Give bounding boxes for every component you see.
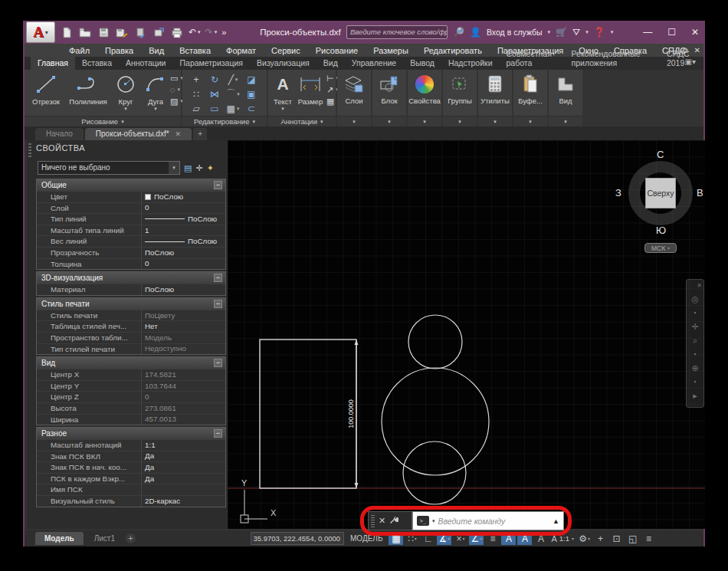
property-row[interactable]: Слой0 <box>37 202 225 214</box>
model-tab[interactable]: Модель <box>35 532 84 545</box>
undo-dropdown-icon[interactable]: ▾ <box>198 29 201 35</box>
apps-caret-icon[interactable]: ▾ <box>585 29 589 35</box>
steering-wheel-icon[interactable]: ◎ <box>691 295 699 304</box>
panel-view[interactable]: Вид ▾ <box>549 70 582 126</box>
panel-utilities[interactable]: Утилиты ▾ <box>478 70 512 126</box>
navbar-close-icon[interactable]: ✕ <box>697 281 702 290</box>
ribbon-tab[interactable]: Аннотации <box>119 57 173 70</box>
maximize-button[interactable]: ☐ <box>667 27 676 38</box>
pan-icon[interactable]: ✛ <box>691 323 698 331</box>
search-input[interactable]: Введите ключевое слово/фразу <box>346 25 448 39</box>
array-icon[interactable]: ▦▾ <box>224 101 242 116</box>
property-row[interactable]: Таблица стилей печ...Нет <box>37 320 225 332</box>
collapse-icon[interactable]: − <box>214 359 222 367</box>
arc-tool[interactable]: Дуга ▾ <box>144 73 167 112</box>
property-row[interactable]: Тип стилей печатиНедоступно <box>37 343 225 355</box>
property-row[interactable]: Пространство табли...Модель <box>37 332 225 343</box>
section-header[interactable]: Стиль печати− <box>37 298 225 310</box>
panel-expand-clipboard[interactable]: ▾ <box>513 116 547 126</box>
panel-expand-block[interactable]: ▾ <box>372 116 406 126</box>
property-row[interactable]: Ширина457.0013 <box>37 414 225 425</box>
property-row[interactable]: Вес линийПоСлою <box>37 235 225 247</box>
print-icon[interactable] <box>170 25 184 39</box>
ribbon-tab[interactable]: Управление <box>345 57 403 70</box>
property-row[interactable]: Масштаб аннотаций1:1 <box>37 439 225 451</box>
property-row[interactable]: Центр X174.5821 <box>37 369 225 380</box>
panel-title-annotate[interactable]: Аннотации▾ <box>268 116 336 126</box>
customization-menu-icon[interactable]: ≡ <box>641 532 656 545</box>
ribbon-tab[interactable]: Параметризация <box>173 57 251 70</box>
viewcube[interactable]: С Ю З В Сверху МСК▾ <box>618 151 703 266</box>
file-tab-start[interactable]: Начало <box>35 128 84 140</box>
navbar-caret-icon[interactable]: ▾ <box>694 350 696 359</box>
collapse-icon[interactable]: − <box>214 181 222 189</box>
property-row[interactable]: Масштаб типа линий1 <box>37 225 225 236</box>
isolate-objects-icon[interactable]: ⊡ <box>609 532 624 545</box>
rectangle-icon[interactable]: ▭▾ <box>170 74 183 83</box>
property-row[interactable]: Тип линийПоСлою <box>37 213 225 225</box>
ribbon-tab[interactable]: Визуализация <box>250 57 316 70</box>
app-store-cart-icon[interactable]: 🛒 <box>556 27 567 38</box>
ribbon-tab[interactable]: Вставка <box>75 57 119 70</box>
fillet-icon[interactable]: ⌒▾ <box>224 87 242 101</box>
layout1-tab[interactable]: Лист1 <box>85 532 124 545</box>
collapse-icon[interactable]: − <box>214 429 222 438</box>
menu-item[interactable]: Сервис <box>264 46 308 55</box>
dimension-tool[interactable]: Размер <box>297 73 323 106</box>
search-icon[interactable]: 🔎 <box>453 27 464 38</box>
tab-close-icon[interactable]: ✕ <box>175 130 182 138</box>
property-row[interactable]: Имя ПСК <box>37 484 225 495</box>
explode-icon[interactable]: ▣ <box>242 87 261 101</box>
section-header[interactable]: Разное− <box>37 428 225 439</box>
toggle-pickadd-icon[interactable]: ✦ <box>207 163 214 173</box>
panel-block[interactable]: Блок ▾ <box>372 70 406 126</box>
navbar-caret-icon[interactable]: ▾ <box>694 309 696 317</box>
section-header[interactable]: Общие− <box>37 179 225 191</box>
property-row[interactable]: Высота273.0861 <box>37 402 225 414</box>
file-tab-document[interactable]: Прокси-объекты.dxf*✕ <box>85 128 192 140</box>
publish-icon[interactable] <box>152 25 166 39</box>
navbar-caret-icon[interactable]: ▾ <box>694 378 696 386</box>
menu-item[interactable]: Рисование <box>308 46 366 55</box>
new-file-icon[interactable] <box>60 25 74 39</box>
autodesk-apps-icon[interactable]: ⛛ <box>572 27 580 38</box>
ribbon-tab[interactable]: Совместная работа <box>500 48 565 70</box>
select-objects-icon[interactable]: ✛ <box>195 163 202 173</box>
ribbon-tab[interactable]: Главная <box>31 57 75 70</box>
text-tool[interactable]: А Текст ▾ <box>271 73 294 112</box>
menu-item[interactable]: Редактировать <box>416 46 490 55</box>
undo-icon[interactable]: ↶ <box>189 27 196 38</box>
panel-layers[interactable]: Слои ▾ <box>337 70 371 126</box>
panel-expand-layers[interactable]: ▾ <box>337 116 371 126</box>
erase-icon[interactable]: ◪ <box>242 72 261 87</box>
panel-expand-view[interactable]: ▾ <box>549 116 582 126</box>
signin-label[interactable]: Вход в службы <box>487 28 543 37</box>
property-row[interactable]: Центр Y103.7644 <box>37 380 225 392</box>
quick-select-icon[interactable]: ▤ <box>184 163 192 173</box>
menu-item[interactable]: Правка <box>97 46 141 55</box>
ribbon-minimize-icon[interactable]: ▣▾ <box>685 57 696 66</box>
plot-icon[interactable] <box>133 25 147 39</box>
panel-properties[interactable]: Свойства ▾ <box>408 70 441 126</box>
stretch-icon[interactable]: ▱ <box>187 101 205 116</box>
property-row[interactable]: Стиль печатиПоЦвету <box>37 310 225 321</box>
trim-icon[interactable]: ╱▾ <box>224 72 242 87</box>
save-icon[interactable] <box>97 25 110 39</box>
panel-title-draw[interactable]: Рисование▾ <box>25 116 181 126</box>
rotate-icon[interactable]: ↻ <box>205 72 224 87</box>
offset-icon[interactable]: ⊂ <box>242 101 261 116</box>
collapse-icon[interactable]: − <box>214 300 222 308</box>
fullscreen-icon[interactable]: ◱ <box>625 532 640 545</box>
help-caret-icon[interactable]: ▾ <box>611 29 614 35</box>
orbit-icon[interactable]: ⊕ <box>691 364 698 372</box>
signin-caret-icon[interactable]: ▾ <box>548 29 551 35</box>
panel-groups[interactable]: Группы ▾ <box>443 70 477 126</box>
ribbon-tab[interactable]: СПДС 2019 <box>660 48 703 70</box>
property-row[interactable]: ЦветПоСлою <box>37 191 225 202</box>
property-row[interactable]: ПрозрачностьПоСлою <box>37 247 225 258</box>
property-row[interactable]: Толщина0 <box>37 258 225 270</box>
selector-caret-icon[interactable]: ▾ <box>169 162 179 174</box>
menu-item[interactable]: Вид <box>141 46 172 55</box>
ribbon-tab[interactable]: Вывод <box>403 57 441 70</box>
panel-clipboard[interactable]: Буфе... ▾ <box>513 70 547 126</box>
